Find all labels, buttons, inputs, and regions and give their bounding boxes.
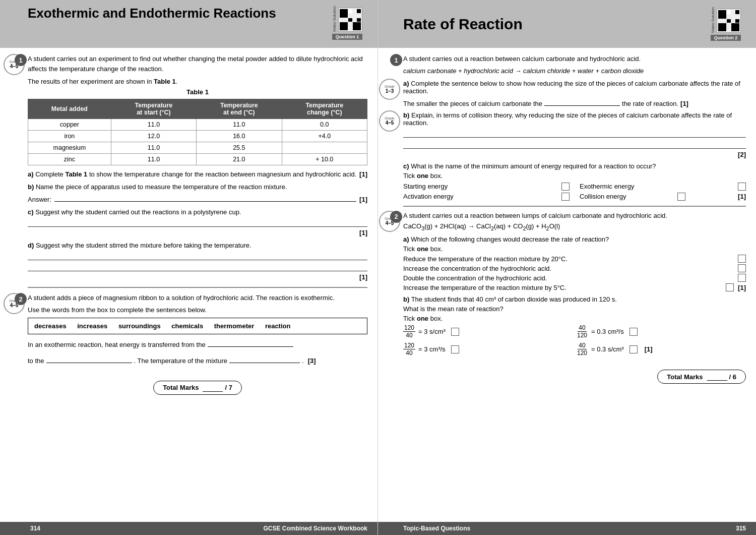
table-row: copper11.011.00.0 xyxy=(28,119,367,131)
right-page-title: Rate of Reaction xyxy=(403,15,703,33)
rq1b-line2[interactable] xyxy=(403,140,746,149)
tick-box-rate3[interactable] xyxy=(451,345,459,353)
total-marks-label-left: Total Marks xyxy=(163,384,199,391)
qr-code-left xyxy=(338,8,362,32)
video-solution-label-left: Video Solution xyxy=(332,6,337,32)
question-1-left: Grade 4–5 1 A student carries out an exp… xyxy=(28,54,367,281)
q1d-line1[interactable] xyxy=(28,251,367,260)
tick-box-starting[interactable] xyxy=(561,183,570,191)
rq2a-marks: [1] xyxy=(738,284,746,291)
rq1b-line1[interactable] xyxy=(403,129,746,138)
q2-blank3[interactable] xyxy=(229,355,300,363)
q1d-line2[interactable] xyxy=(28,262,367,271)
rate-opt-1: 12040 = 3 s/cm³ xyxy=(403,324,573,339)
q1d-label: d) xyxy=(28,242,34,249)
rq1c: c) What is the name of the minimum amoun… xyxy=(403,162,746,201)
tick-box-rate2[interactable] xyxy=(629,328,638,336)
tick-box-double-conc[interactable] xyxy=(738,274,746,282)
rate-opt-2: 40120 = 0.3 cm³/s xyxy=(576,324,746,339)
right-page: Rate of Reaction Video Solution Question… xyxy=(378,0,756,535)
q2-blank2[interactable] xyxy=(46,355,132,363)
word-thermometer: thermometer xyxy=(214,322,254,330)
rq2a-opt1: Reduce the temperature of the reaction m… xyxy=(403,255,746,263)
tick-box-increase-conc[interactable] xyxy=(738,264,746,272)
col-temp-change: Temperaturechange (°C) xyxy=(282,99,367,119)
rq2a-options: Reduce the temperature of the reaction m… xyxy=(403,255,746,291)
q2-equation-right: CaCO3(g) + 2HCl(aq) → CaCl2(aq) + CO2(g)… xyxy=(403,222,746,231)
rate-opt-4: 40120 = 0.3 s/cm³ [1] xyxy=(576,342,746,356)
q1c-left: c) Suggest why the student carried out t… xyxy=(28,208,367,236)
question1-badge: Question 1 xyxy=(332,34,363,40)
table-row: iron12.016.0+4.0 xyxy=(28,131,367,142)
question2-badge: Question 2 xyxy=(711,35,741,41)
q2-intro-right: A student carries out a reaction between… xyxy=(403,211,746,221)
q1-number-left: 1 xyxy=(15,54,27,66)
q1b-answer-line[interactable] xyxy=(54,194,356,202)
q1d-left: d) Suggest why the student stirred the m… xyxy=(28,242,367,281)
tick-box-collision[interactable] xyxy=(677,193,685,201)
tick-box-rate4[interactable] xyxy=(629,345,638,353)
table-1: Metal added Temperatureat start (°C) Tem… xyxy=(28,99,367,165)
q2-number-left: 2 xyxy=(15,293,27,305)
rq2b: b) The student finds that 40 cm³ of carb… xyxy=(403,295,746,356)
question-1-right: 1 A student carries out a reaction betwe… xyxy=(403,54,746,201)
tick-activation-energy: Activation energy xyxy=(403,193,570,201)
q1c-label: c) xyxy=(28,208,34,216)
rq1b-text: Explain, in terms of collision theory, w… xyxy=(403,111,732,127)
word-surroundings: surroundings xyxy=(118,322,161,330)
q1a-left: a) Complete Table 1 to show the temperat… xyxy=(28,170,367,178)
rq2a-text: Which of the following changes would dec… xyxy=(411,235,609,243)
q2-instructions: Use the words from the box to complete t… xyxy=(28,306,367,314)
grade-badge-r1: Grade 1–3 xyxy=(379,79,400,100)
rq2a: a) Which of the following changes would … xyxy=(403,235,746,291)
q1c-line1[interactable] xyxy=(28,218,367,227)
tick-starting-energy: Starting energy xyxy=(403,183,570,191)
rq2a-opt2: Increase the concentration of the hydroc… xyxy=(403,264,746,272)
tick-box-exothermic[interactable] xyxy=(738,183,746,191)
tick-collision-energy: Collision energy [1] xyxy=(580,193,746,201)
rq1c-text: What is the name of the minimum amount o… xyxy=(411,162,656,170)
total-marks-box-left: Total Marks / 7 xyxy=(153,381,242,395)
rq1a-blank[interactable] xyxy=(544,98,620,106)
tick-box-activation[interactable] xyxy=(561,193,570,201)
rq2b-text: The student finds that 40 cm³ of carbon … xyxy=(411,295,617,303)
q1-text-left: A student carries out an experiment to f… xyxy=(28,54,367,74)
q1-equation-right: calcium carbonate + hydrochloric acid → … xyxy=(403,67,746,75)
rq1b: Grade 4–5 b) Explain, in terms of collis… xyxy=(403,111,746,158)
q1b-left: b) Name the piece of apparatus used to m… xyxy=(28,183,367,203)
q2-blank1[interactable] xyxy=(208,339,293,347)
word-increases: increases xyxy=(77,322,107,330)
q2-sentence-row2: to the . The temperature of the mixture … xyxy=(28,354,367,368)
q1b-label: b) xyxy=(28,183,34,191)
col-metal: Metal added xyxy=(28,99,111,119)
rq1a-marks: [1] xyxy=(680,100,688,107)
q1a-label: a) xyxy=(28,170,34,178)
question-2-left: Grade 4–5 2 A student adds a piece of ma… xyxy=(28,293,367,368)
word-chemicals: chemicals xyxy=(171,322,203,330)
section-divider xyxy=(28,287,367,288)
rq1a-sentence: The smaller the pieces of calcium carbon… xyxy=(403,98,746,107)
rq1a-text: Complete the sentence below to show how … xyxy=(403,80,740,95)
q1b-text: Name the piece of apparatus used to meas… xyxy=(36,183,287,191)
rq2b-marks: [1] xyxy=(645,345,653,353)
rq1a-sent1: The smaller the pieces of calcium carbon… xyxy=(403,100,542,107)
tick-box-rate1[interactable] xyxy=(451,328,459,336)
word-box: decreases increases surroundings chemica… xyxy=(28,318,367,334)
answer-label: Answer: xyxy=(28,196,51,203)
tick-box-increase-temp[interactable] xyxy=(726,283,734,291)
q1d-text: Suggest why the student stirred the mixt… xyxy=(36,242,251,249)
q2-sentence-row1: In an exothermic reaction, heat energy i… xyxy=(28,338,367,351)
q1-number-right: 1 xyxy=(390,54,402,66)
total-marks-line-right xyxy=(707,373,727,381)
q1c-marks: [1] xyxy=(359,229,367,236)
rq2a-opt4: Increase the temperature of the reaction… xyxy=(403,283,746,291)
rq2b-question: What is the mean rate of reaction? xyxy=(403,305,746,313)
q1-table-note: The results of her experiment are shown … xyxy=(28,78,367,85)
q1b-marks: [1] xyxy=(359,196,367,203)
q2-number-right: 2 xyxy=(390,211,402,223)
footer-text-left: GCSE Combined Science Workbook xyxy=(264,525,367,532)
tick-box-reduce-temp[interactable] xyxy=(738,255,746,263)
footer-left: 314 GCSE Combined Science Workbook xyxy=(0,522,377,535)
rq1c-options: Starting energy Exothermic energy Activa… xyxy=(403,183,746,201)
word-decreases: decreases xyxy=(34,322,67,330)
